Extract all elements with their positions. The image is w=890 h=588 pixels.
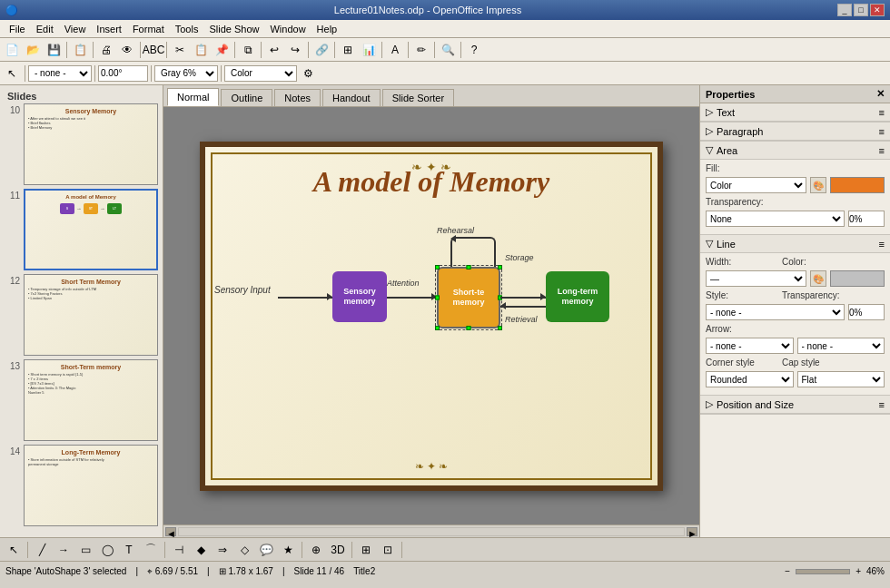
hyperlink-icon[interactable]: 🔗	[312, 40, 331, 60]
fontwork-icon[interactable]: A	[385, 40, 405, 60]
props-section-area-header[interactable]: ▽ Area ≡	[700, 142, 890, 160]
scroll-track-h[interactable]	[178, 527, 685, 536]
minimize-button[interactable]: _	[837, 4, 852, 16]
slide-preview-12[interactable]: Short Term Memory • Temporary storage of…	[24, 274, 158, 356]
slide-canvas-wrapper[interactable]: ❧ ✦ ❧ ❧ ✦ ❧ A model of Memory Sensory In…	[163, 107, 699, 524]
menu-window[interactable]: Window	[264, 22, 311, 36]
line-transparency-input[interactable]	[848, 304, 885, 320]
arrow-end-select[interactable]: - none -	[797, 338, 885, 354]
short-term-memory-box[interactable]: Short-tememory	[437, 267, 500, 328]
canvas-scrollbar-h[interactable]: ◄ ►	[163, 524, 699, 537]
group-icon[interactable]: ⊡	[378, 540, 398, 560]
chart-icon[interactable]: 📊	[359, 40, 379, 60]
zoom-out-btn[interactable]: −	[785, 566, 790, 576]
arrow-start-select[interactable]: - none -	[706, 338, 794, 354]
select-icon[interactable]: ↖	[2, 64, 22, 83]
slide-preview-14[interactable]: Long-Term Memory • Store information out…	[24, 445, 158, 526]
sensory-memory-box[interactable]: Sensorymemory	[332, 271, 387, 322]
paragraph-menu-icon[interactable]: ≡	[879, 126, 885, 137]
menu-file[interactable]: File	[4, 22, 31, 36]
preview-icon[interactable]: 👁	[117, 40, 137, 60]
style-select[interactable]: Gray 6%	[154, 65, 218, 82]
text-tool-icon[interactable]: T	[119, 540, 139, 560]
table-icon[interactable]: ⊞	[338, 40, 358, 60]
print-icon[interactable]: 🖨	[96, 40, 116, 60]
export-pdf-icon[interactable]: 📋	[70, 40, 90, 60]
open-icon[interactable]: 📂	[23, 40, 43, 60]
find-icon[interactable]: 🔍	[438, 40, 458, 60]
slides-panel[interactable]: Slides 10 Sensory Memory • After we atte…	[0, 85, 163, 537]
new-icon[interactable]: 📄	[2, 40, 22, 60]
transparency-value-input[interactable]	[848, 211, 885, 227]
arrow-tool-icon[interactable]: →	[54, 540, 74, 560]
rect-tool-icon[interactable]: ▭	[75, 540, 95, 560]
tab-notes[interactable]: Notes	[274, 89, 321, 106]
close-button[interactable]: ✕	[870, 4, 885, 16]
cut-icon[interactable]: ✂	[170, 40, 190, 60]
area-menu-icon[interactable]: ≡	[879, 145, 885, 156]
transparency-type-select[interactable]: None	[706, 211, 845, 227]
zoom-select[interactable]: - none -	[28, 65, 92, 82]
spellcheck-icon[interactable]: ABC	[143, 40, 163, 60]
stars-banners-icon[interactable]: ★	[278, 540, 298, 560]
fill-color-picker-icon[interactable]: 🎨	[810, 177, 826, 193]
slide-thumb-13[interactable]: 13 Short-Term memory • Short term memory…	[4, 359, 159, 441]
fill-color-box[interactable]	[830, 177, 885, 193]
line-tool-icon[interactable]: ╱	[32, 540, 52, 560]
menu-help[interactable]: Help	[312, 22, 343, 36]
show-draw-icon[interactable]: ✏	[411, 40, 431, 60]
props-section-text-header[interactable]: ▷ Text ≡	[700, 103, 890, 122]
scroll-right-btn[interactable]: ►	[687, 527, 697, 536]
long-term-memory-box[interactable]: Long-termmemory	[546, 271, 609, 322]
slide-thumb-14[interactable]: 14 Long-Term Memory • Store information …	[4, 445, 159, 526]
props-section-position-size-header[interactable]: ▷ Position and Size ≡	[700, 396, 890, 414]
connectors-icon[interactable]: ⊣	[169, 540, 189, 560]
cap-style-select[interactable]: Flat	[797, 371, 885, 387]
line-color-box[interactable]	[830, 270, 885, 287]
menu-view[interactable]: View	[59, 22, 92, 36]
menu-tools[interactable]: Tools	[170, 22, 204, 36]
bezier-tool-icon[interactable]: ⌒	[141, 540, 161, 560]
fill-select[interactable]: Color	[224, 65, 297, 82]
snap-icon[interactable]: ⊕	[306, 540, 326, 560]
maximize-button[interactable]: □	[854, 4, 868, 16]
line-menu-icon[interactable]: ≡	[879, 239, 885, 250]
menu-format[interactable]: Format	[127, 22, 170, 36]
callouts-icon[interactable]: 💬	[256, 540, 276, 560]
clone-icon[interactable]: ⧉	[238, 40, 258, 60]
slide-preview-10[interactable]: Sensory Memory • After we attend to stim…	[24, 103, 158, 185]
ellipse-tool-icon[interactable]: ◯	[97, 540, 117, 560]
tab-normal[interactable]: Normal	[167, 88, 219, 106]
settings-icon[interactable]: ⚙	[298, 64, 318, 83]
block-arrows-icon[interactable]: ⇒	[213, 540, 232, 560]
slide-preview-13[interactable]: Short-Term memory • Short term memory is…	[24, 359, 158, 441]
copy-icon[interactable]: 📋	[191, 40, 211, 60]
3d-icon[interactable]: 3D	[328, 540, 348, 560]
slide-thumb-12[interactable]: 12 Short Term Memory • Temporary storage…	[4, 274, 159, 356]
corner-style-select[interactable]: Rounded	[706, 371, 794, 387]
tab-handout[interactable]: Handout	[322, 89, 381, 106]
help-icon[interactable]: ?	[464, 40, 484, 60]
rotation-input[interactable]	[98, 65, 148, 82]
line-width-select[interactable]: —	[706, 270, 806, 287]
paste-icon[interactable]: 📌	[212, 40, 232, 60]
tab-slide-sorter[interactable]: Slide Sorter	[382, 89, 454, 106]
zoom-slider[interactable]	[796, 569, 850, 574]
flowchart-icon[interactable]: ◇	[234, 540, 254, 560]
undo-icon[interactable]: ↩	[264, 40, 284, 60]
tab-outline[interactable]: Outline	[221, 89, 272, 106]
select-tool-icon[interactable]: ↖	[4, 540, 24, 560]
align-icon[interactable]: ⊞	[356, 540, 376, 560]
slide-preview-11[interactable]: A model of Memory S → ST → LT	[24, 189, 158, 270]
scroll-left-btn[interactable]: ◄	[165, 527, 176, 536]
position-menu-icon[interactable]: ≡	[879, 399, 885, 410]
menu-edit[interactable]: Edit	[31, 22, 59, 36]
save-icon[interactable]: 💾	[44, 40, 64, 60]
props-section-paragraph-header[interactable]: ▷ Paragraph ≡	[700, 122, 890, 141]
props-close-icon[interactable]: ✕	[876, 88, 885, 100]
zoom-in-btn[interactable]: +	[855, 566, 861, 576]
slide-thumb-10[interactable]: 10 Sensory Memory • After we attend to s…	[4, 103, 159, 185]
basic-shapes-icon[interactable]: ◆	[191, 540, 211, 560]
redo-icon[interactable]: ↪	[285, 40, 305, 60]
line-color-picker-icon[interactable]: 🎨	[810, 270, 826, 287]
